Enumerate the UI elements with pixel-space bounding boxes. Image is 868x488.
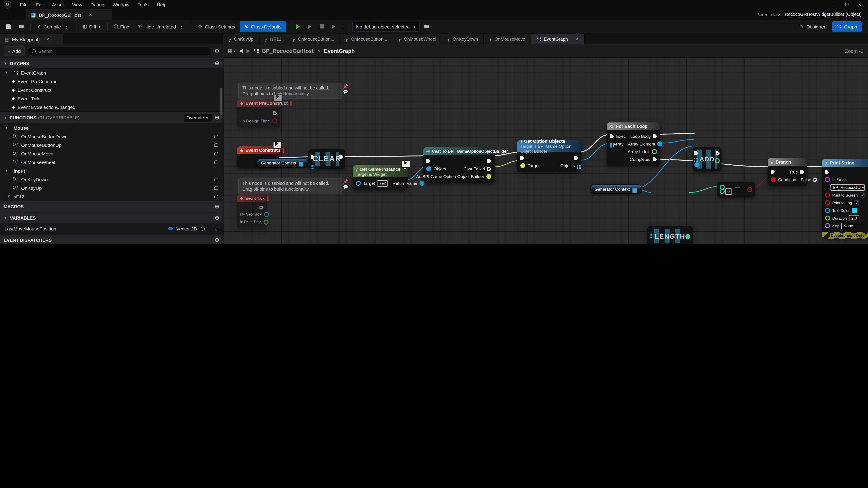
element-in-pin[interactable] — [694, 162, 700, 167]
print-log-pin[interactable] — [825, 200, 830, 205]
designer-button[interactable]: ✎ Designer — [796, 21, 830, 32]
eject-button[interactable] — [328, 21, 339, 32]
in-string-value[interactable]: BP_RococoGUIHost: Emp — [831, 184, 865, 191]
duration-value[interactable]: 2.0 — [849, 215, 859, 221]
node-add-array[interactable]: ADD — [692, 147, 721, 171]
array-in-pin[interactable] — [650, 234, 651, 235]
save-button[interactable] — [3, 21, 14, 32]
my-blueprint-close-icon[interactable]: ✕ — [46, 37, 50, 41]
bell-icon[interactable] — [214, 195, 218, 198]
bell-icon[interactable] — [201, 227, 205, 230]
hide-unrelated-options-icon[interactable]: ⋮ — [178, 24, 185, 29]
tree-item-event-evselectionchanged[interactable]: ◆Event EvSelectionChanged — [0, 103, 223, 111]
override-dropdown[interactable]: Override▾ — [183, 113, 212, 122]
exec-in-pin[interactable] — [771, 170, 775, 174]
array-pin[interactable] — [632, 189, 633, 190]
exec-in-pin[interactable] — [426, 159, 430, 163]
tab-isf12[interactable]: ƒIsF12 — [259, 34, 287, 44]
variable-lastmovemouseposition[interactable]: LastMoveMousePosition Vector 2D ◡ — [0, 223, 223, 234]
false-pin[interactable] — [813, 177, 817, 182]
graph-view-options-icon[interactable]: ▦ ▾ — [228, 48, 235, 54]
tree-item-event-construct[interactable]: ◆Event Construct — [0, 86, 223, 94]
fn-onmousemove[interactable]: ↻ƒOnMouseMove — [0, 149, 223, 158]
fn-onkeyup[interactable]: ↻ƒOnKeyUp — [0, 184, 223, 192]
index-out-pin[interactable] — [715, 158, 720, 163]
array-pin[interactable] — [299, 162, 300, 164]
fn-onmousebuttondown[interactable]: ↻ƒOnMouseButtonDown — [0, 132, 223, 140]
add-function-icon[interactable]: ⊕ — [215, 114, 219, 121]
true-pin[interactable] — [800, 170, 804, 174]
diff-button[interactable]: ◧ Diff ▾ — [79, 21, 104, 32]
node-print-string[interactable]: ƒ Print String In String BP_RococoGUIHos… — [822, 159, 868, 238]
array-in-pin[interactable] — [610, 143, 611, 144]
tab-bp-rococoguihost[interactable]: BP_RococoGuiHost ✕ — [26, 9, 112, 20]
add-dispatcher-icon[interactable]: ⊕ — [215, 237, 219, 243]
class-defaults-button[interactable]: ✎ Class Defaults — [240, 21, 286, 32]
event-graph-canvas[interactable]: This node is disabled and will not be ca… — [223, 58, 868, 244]
browse-asset-button[interactable] — [16, 21, 28, 32]
condition-pin[interactable] — [771, 177, 776, 182]
tab-onmousebuttondown[interactable]: ƒOnMouseButton... — [287, 34, 340, 44]
menu-tools[interactable]: Tools — [133, 0, 153, 9]
tab-eventgraph-active[interactable]: EventGraph ✕ — [531, 34, 585, 44]
exec-in-pin[interactable] — [520, 156, 524, 160]
node-clear-array[interactable]: CLEAR — [308, 149, 345, 169]
bell-icon[interactable] — [214, 186, 218, 190]
compile-button[interactable]: ✔ Compile ⋮ — [33, 21, 73, 32]
play-button[interactable] — [292, 21, 303, 32]
add-variable-icon[interactable]: ⊕ — [215, 215, 219, 221]
print-log-checkbox[interactable] — [854, 200, 859, 205]
fn-onmousewheel[interactable]: ↻ƒOnMouseWheel — [0, 158, 223, 166]
panel-settings-gear-icon[interactable]: ⚙ — [214, 48, 219, 54]
tab-onmousewheel[interactable]: ƒOnMouseWheel — [393, 34, 442, 44]
object-in-pin[interactable] — [426, 166, 431, 171]
menu-help[interactable]: Help — [153, 0, 170, 9]
find-button[interactable]: Find — [110, 21, 133, 32]
tab-onmousebuttonup[interactable]: ƒOnMouseButton... — [340, 34, 393, 44]
node-event-tick[interactable]: ◆Event Tick My Geometry In Delta Time — [237, 194, 267, 229]
breadcrumb-current[interactable]: EventGraph — [324, 48, 355, 54]
class-settings-button[interactable]: ⚙ Class Settings — [194, 21, 239, 32]
node-for-each-loop[interactable]: ↻For Each Loop ExecLoop Body ArrayArray … — [607, 123, 660, 166]
bell-icon[interactable] — [214, 160, 218, 164]
exec-out-pin[interactable] — [487, 159, 491, 163]
menu-file[interactable]: File — [16, 0, 32, 9]
bool-out-pin[interactable] — [272, 119, 277, 123]
as-object-pin[interactable] — [487, 174, 491, 179]
text-color-swatch[interactable] — [852, 208, 857, 213]
key-pin[interactable] — [825, 223, 830, 228]
node-get-option-objects[interactable]: ƒ Get Option Objects Target is BPI Game … — [517, 140, 581, 172]
node-branch[interactable]: ⑃Branch True ConditionFalse — [768, 158, 807, 186]
my-blueprint-search-input[interactable]: Search — [28, 46, 212, 56]
delta-out-pin[interactable] — [264, 220, 269, 225]
functions-section-header[interactable]: ▼ FUNCTIONS (31 OVERRIDABLE) Override▾ ⊕ — [0, 111, 223, 123]
graphs-section-header[interactable]: ▼ GRAPHS ⊕ — [0, 58, 223, 68]
play-options-icon[interactable]: ⋮ — [340, 24, 346, 29]
bell-icon[interactable] — [214, 152, 218, 155]
close-icon[interactable]: ✕ — [855, 1, 865, 8]
b-literal[interactable]: 0 — [725, 188, 732, 195]
fn-isf12[interactable]: ƒIsF12 — [0, 192, 223, 201]
hide-unrelated-button[interactable]: 👁 Hide Unrelated ⋮ — [134, 21, 188, 32]
restore-icon[interactable]: ❐ — [842, 1, 852, 8]
completed-pin[interactable] — [653, 157, 657, 161]
node-event-preconstruct[interactable]: ◆Event PreConstruct Is Design Time — [237, 99, 280, 127]
key-value[interactable]: None — [841, 223, 855, 229]
tree-item-event-preconstruct[interactable]: ◆Event PreConstruct — [0, 77, 223, 86]
nav-forward-icon[interactable]: ▶ — [246, 48, 250, 54]
frame-skip-button[interactable] — [304, 21, 315, 32]
nav-back-icon[interactable]: ◀ — [239, 48, 243, 54]
compile-options-icon[interactable]: ⋮ — [63, 24, 69, 29]
loop-body-pin[interactable] — [653, 134, 657, 138]
node-array-length[interactable]: LENGTH — [647, 226, 692, 244]
tab-close-icon[interactable]: ✕ — [89, 13, 92, 17]
target-in-pin[interactable] — [520, 163, 525, 168]
print-screen-pin[interactable] — [825, 193, 830, 197]
geometry-out-pin[interactable] — [264, 212, 269, 217]
duration-pin[interactable] — [825, 216, 830, 221]
bell-icon[interactable] — [214, 177, 218, 181]
variables-section-header[interactable]: ▼ VARIABLES ⊕ — [0, 212, 223, 223]
stop-button[interactable] — [316, 21, 327, 32]
graph-button[interactable]: Graph — [832, 21, 862, 32]
bell-icon[interactable] — [214, 143, 218, 147]
